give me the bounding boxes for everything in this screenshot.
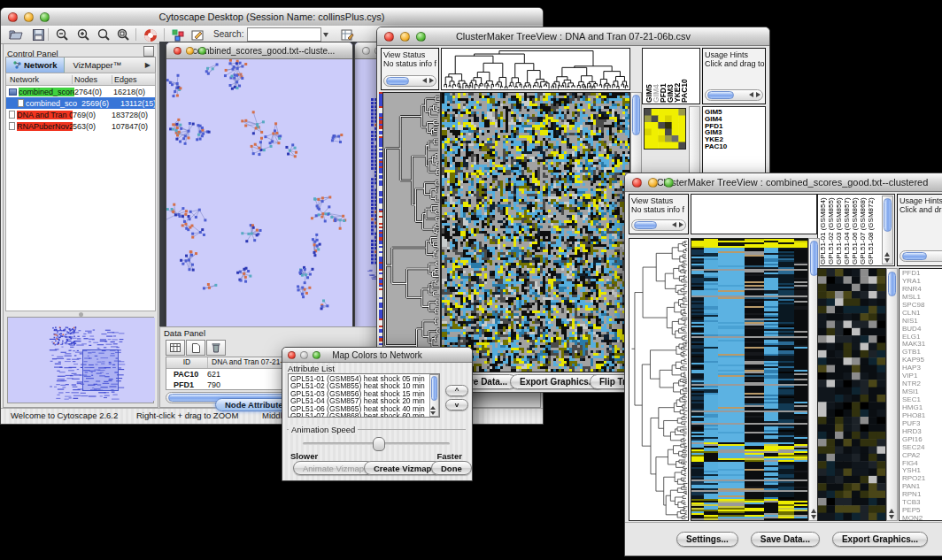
global-heatmap-canvas[interactable] [442, 93, 629, 372]
minimize-button[interactable] [186, 47, 194, 55]
column-dendrogram-panel[interactable] [441, 48, 630, 90]
global-heatmap-panel[interactable] [441, 92, 630, 372]
gpl-col-label[interactable]: GPL51-07 (GSM868) [860, 196, 868, 265]
gene-label[interactable]: TCB3 [902, 499, 942, 507]
save-session-icon[interactable] [28, 27, 48, 42]
gene-label[interactable]: FIG4 [902, 460, 942, 468]
save-data-button[interactable]: Save Data... [751, 532, 820, 547]
view-status-hscroll[interactable] [631, 219, 686, 231]
float-panel-icon[interactable] [143, 46, 154, 57]
list-vscrollbar[interactable] [429, 374, 439, 417]
zoom-vscrollbar[interactable] [886, 268, 898, 521]
gene-label[interactable]: NTR2 [902, 380, 942, 388]
tab-network[interactable]: Network [6, 58, 65, 73]
export-graphics-button[interactable]: Export Graphics... [832, 532, 928, 547]
zoom-heatmap-panel[interactable] [817, 268, 886, 521]
close-button[interactable] [174, 47, 181, 55]
gene-label[interactable]: PEP5 [902, 507, 942, 515]
row-dendrogram-canvas[interactable] [383, 93, 440, 372]
gene-label[interactable]: SEC1 [902, 396, 942, 404]
dialog-titlebar[interactable]: Map Colors to Network [282, 348, 472, 363]
gene-label[interactable]: KAP95 [902, 357, 942, 364]
row-dendrogram-panel[interactable] [629, 238, 689, 521]
network-view-canvas-a[interactable] [166, 59, 351, 326]
gpl-col-label[interactable]: GPL51-02 (GSM855) [828, 196, 836, 265]
gene-label[interactable]: BUD4 [902, 326, 942, 334]
gpl-vscrollbar[interactable] [882, 196, 893, 265]
zoom-col-label[interactable]: GIM4 [652, 50, 660, 103]
zoom-col-label[interactable]: GIM3 [667, 50, 674, 103]
gene-label[interactable]: RNR4 [902, 286, 942, 294]
move-down-button[interactable]: v [445, 399, 468, 410]
table-edit-icon[interactable] [337, 27, 357, 42]
gene-label[interactable]: PAN1 [902, 483, 942, 491]
network-list-row[interactable]: DNA and Tran 07 769(0) 183728(0) [6, 109, 155, 120]
gpl-col-label[interactable]: GPL51-08 (GSM872) [868, 196, 876, 265]
attribute-item[interactable]: GPL51-02 (GSM855) heat shock 10 min [290, 382, 439, 389]
gene-label[interactable]: HRD3 [902, 428, 942, 436]
help-icon[interactable] [141, 27, 160, 42]
speed-slider-thumb[interactable] [373, 437, 385, 451]
global-heatmap-panel[interactable] [691, 238, 808, 521]
attribute-listbox[interactable]: GPL51-01 (GSM854) heat shock 05 minGPL51… [288, 373, 440, 418]
view-status-hscroll[interactable] [383, 75, 436, 87]
network-list-row[interactable]: combined_sco 2569(6) 13112(15) [6, 97, 155, 109]
zoom-heatmap-panel[interactable] [644, 108, 686, 150]
gpl-col-label[interactable]: GPL51-04 (GSM857) [844, 196, 852, 265]
close-button[interactable] [8, 12, 18, 22]
gene-label[interactable]: HMG1 [902, 404, 942, 412]
gene-label[interactable]: YRA1 [902, 278, 942, 286]
usage-hints-hscroll[interactable] [900, 250, 942, 262]
close-button[interactable] [362, 47, 370, 55]
treeview2-titlebar[interactable]: ClusterMaker TreeView : combined_scores_… [625, 173, 942, 192]
tab-overflow-button[interactable]: ▶ [141, 61, 155, 69]
gene-label[interactable]: MSL1 [902, 294, 942, 302]
zoom-in-icon[interactable] [73, 27, 93, 42]
settings-button[interactable]: Settings... [676, 532, 738, 547]
usage-hints-hscroll[interactable] [705, 89, 763, 101]
zoom-row-label[interactable]: PAC10 [705, 143, 765, 150]
zoom-col-label[interactable]: YKE2 [674, 50, 681, 103]
gene-label[interactable]: GPI16 [902, 436, 942, 444]
zoom-button[interactable] [198, 47, 206, 55]
select-attributes-icon[interactable] [166, 340, 185, 356]
column-dendrogram-panel[interactable] [691, 194, 817, 234]
minimize-button[interactable] [648, 178, 658, 188]
gene-label[interactable]: VIP1 [902, 372, 942, 380]
gene-label[interactable]: ELG1 [902, 334, 942, 341]
zoom-button[interactable] [40, 12, 50, 22]
gpl-col-label[interactable]: GPL51-01 (GSM854) [820, 196, 828, 265]
zoom-button[interactable] [313, 351, 320, 359]
gene-label[interactable]: HAP3 [902, 364, 942, 372]
gene-label[interactable]: SPC98 [902, 302, 942, 310]
gene-label[interactable]: RPO21 [902, 475, 942, 483]
main-titlebar[interactable]: Cytoscape Desktop (Session Name: collins… [1, 8, 543, 27]
minimize-button[interactable] [24, 12, 34, 22]
gene-label[interactable]: MSI1 [902, 388, 942, 396]
network-list-row[interactable]: combined_scores 2764(0) 16218(0) [6, 86, 155, 97]
zoom-col-label[interactable]: PAC10 [681, 50, 688, 103]
gene-label[interactable]: MON2 [902, 515, 942, 521]
gene-label[interactable]: GTB1 [902, 349, 942, 357]
attribute-item[interactable]: GPL51-07 (GSM868) heat shock 60 min [290, 412, 439, 418]
gene-label[interactable]: YSH1 [902, 467, 942, 475]
treeview1-titlebar[interactable]: ClusterMaker TreeView : DNA and Tran 07-… [377, 27, 769, 46]
move-up-button[interactable]: ^ [445, 385, 468, 396]
create-vizmap-button[interactable]: Create Vizmap [364, 461, 441, 475]
attribute-item[interactable]: GPL51-04 (GSM857) heat shock 20 min [290, 397, 439, 404]
zoom-button[interactable] [664, 178, 674, 188]
gene-label[interactable]: PFD1 [902, 270, 942, 278]
delete-attribute-icon[interactable] [206, 340, 226, 356]
gene-label[interactable]: MAK31 [902, 341, 942, 349]
network-overview-canvas[interactable] [8, 318, 155, 401]
gene-label[interactable]: RPN1 [902, 491, 942, 499]
zoom-heatmap-canvas[interactable] [645, 109, 685, 149]
network-list-row[interactable]: RNAPuberNov2+I 563(0) 107847(0) [6, 120, 155, 132]
search-dropdown-icon[interactable] [320, 27, 332, 42]
gpl-col-label[interactable]: GPL51-03 (GSM856) [836, 196, 844, 265]
row-dendrogram-canvas[interactable] [629, 239, 688, 520]
zoom-heatmap-canvas[interactable] [818, 269, 885, 520]
global-heatmap-canvas[interactable] [691, 239, 807, 520]
column-dendrogram-canvas[interactable] [442, 49, 629, 89]
minimize-button[interactable] [300, 351, 308, 359]
